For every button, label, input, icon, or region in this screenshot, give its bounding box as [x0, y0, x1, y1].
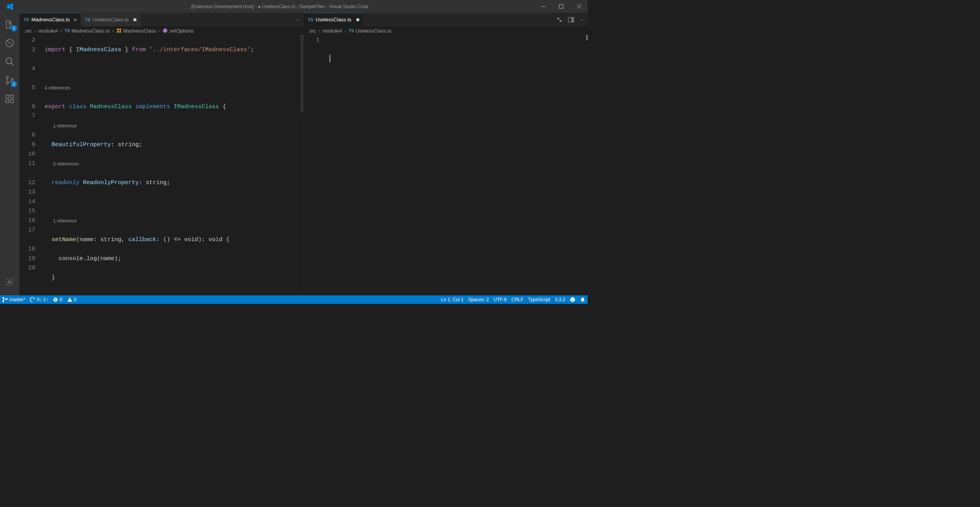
status-bar: master* 0↓ 1↑ 0 0 Ln 1, Col 1 Spaces: 2 …: [0, 295, 588, 304]
titlebar: [Extension Development Host] - ● Useless…: [0, 0, 588, 13]
minimap[interactable]: [585, 35, 588, 295]
errors-count[interactable]: 0: [50, 295, 65, 304]
tab-label: UselessClass.ts: [316, 17, 351, 22]
bug-icon[interactable]: [0, 34, 19, 52]
codelens[interactable]: 4 references: [43, 83, 304, 93]
svg-point-5: [6, 82, 8, 84]
breadcrumb-src[interactable]: src: [309, 28, 316, 34]
typescript-icon: TS: [85, 17, 90, 22]
svg-rect-8: [6, 100, 9, 103]
chevron-right-icon: ›: [60, 28, 62, 34]
window-controls: [534, 0, 588, 13]
svg-point-6: [11, 78, 13, 80]
more-icon[interactable]: ···: [580, 17, 584, 23]
extensions-icon[interactable]: [0, 90, 19, 108]
more-icon[interactable]: ···: [295, 17, 300, 22]
svg-rect-10: [10, 95, 14, 98]
svg-point-16: [571, 298, 572, 299]
tabs-left: TS MadnessClass.ts × TS UselessClass.ts …: [20, 13, 304, 26]
scm-badge: 2: [11, 81, 17, 87]
indentation[interactable]: Spaces: 2: [466, 295, 491, 304]
chevron-right-icon: ›: [34, 28, 36, 34]
gear-icon[interactable]: [0, 273, 19, 291]
breadcrumbs-right[interactable]: src › moduleA › TS UselessClass.ts: [304, 26, 588, 35]
chevron-right-icon: ›: [318, 28, 320, 34]
compare-icon[interactable]: [556, 17, 562, 23]
typescript-version[interactable]: 3.3.3: [552, 295, 568, 304]
close-icon[interactable]: ×: [74, 17, 77, 22]
svg-rect-7: [6, 95, 9, 98]
text-cursor: [330, 55, 330, 62]
svg-rect-0: [541, 6, 545, 7]
breadcrumb-src[interactable]: src: [25, 28, 32, 34]
chevron-right-icon: ›: [345, 28, 346, 34]
editor-group-left: TS MadnessClass.ts × TS UselessClass.ts …: [19, 13, 304, 295]
chevron-right-icon: ›: [159, 28, 160, 34]
editor-group-right: TS UselessClass.ts ··· src › moduleA › T…: [304, 13, 588, 295]
split-editor-icon[interactable]: [568, 17, 574, 23]
close-button[interactable]: [570, 0, 588, 13]
eol[interactable]: CRLF: [509, 295, 526, 304]
typescript-icon: TS: [349, 28, 354, 33]
explorer-badge: 1: [11, 25, 17, 31]
svg-rect-9: [10, 100, 14, 103]
codelens[interactable]: 1 reference: [43, 121, 304, 131]
git-branch[interactable]: master*: [0, 295, 28, 304]
notifications-icon[interactable]: [578, 295, 588, 304]
code-content[interactable]: [327, 35, 588, 295]
codelens[interactable]: 1 reference: [43, 216, 304, 226]
tabs-right: TS UselessClass.ts ···: [304, 13, 588, 26]
svg-point-17: [573, 298, 574, 299]
window-title: [Extension Development Host] - ● Useless…: [26, 4, 534, 9]
svg-rect-1: [559, 5, 563, 9]
warnings-count[interactable]: 0: [65, 295, 79, 304]
breadcrumb-module[interactable]: moduleA: [38, 28, 58, 34]
app-logo: [0, 3, 19, 10]
minimap-cursor-indicator: [586, 35, 588, 40]
breadcrumb-file[interactable]: MadnessClass.ts: [71, 28, 110, 34]
breadcrumb-file[interactable]: UselessClass.ts: [355, 28, 391, 34]
source-control-icon[interactable]: 2: [0, 71, 19, 90]
feedback-icon[interactable]: [568, 295, 578, 304]
code-editor-right[interactable]: 1: [304, 35, 588, 295]
method-icon: [162, 28, 168, 33]
line-gutter: 1: [304, 35, 327, 295]
breadcrumbs-left[interactable]: src › moduleA › TS MadnessClass.ts › Mad…: [20, 26, 304, 35]
sync-status[interactable]: 0↓ 1↑: [28, 295, 50, 304]
svg-point-4: [6, 76, 8, 78]
chevron-right-icon: ›: [112, 28, 114, 34]
dirty-indicator-icon: [356, 18, 359, 21]
typescript-icon: TS: [64, 28, 70, 33]
breadcrumb-module[interactable]: moduleA: [323, 28, 342, 34]
typescript-icon: TS: [308, 17, 313, 22]
svg-point-11: [9, 281, 11, 284]
activity-bar: 1 2: [0, 13, 19, 295]
minimize-button[interactable]: [534, 0, 552, 13]
minimap[interactable]: [300, 35, 304, 295]
typescript-icon: TS: [24, 17, 29, 22]
class-icon: [116, 28, 122, 33]
breadcrumb-method[interactable]: setOptions: [169, 28, 193, 34]
dirty-indicator-icon: [133, 18, 136, 21]
line-gutter: 2 3 4 5 6 7 8 9 10 11 12 13: [20, 35, 43, 295]
tab-madnessclass[interactable]: TS MadnessClass.ts ×: [20, 13, 81, 26]
codelens[interactable]: 0 references: [43, 159, 304, 169]
explorer-icon[interactable]: 1: [0, 15, 19, 34]
tab-label: MadnessClass.ts: [31, 17, 70, 22]
search-icon[interactable]: [0, 52, 19, 71]
minimap-slider[interactable]: [300, 35, 304, 112]
encoding[interactable]: UTF-8: [491, 295, 509, 304]
svg-point-15: [570, 297, 575, 302]
tab-uselessclass-left[interactable]: TS UselessClass.ts: [81, 13, 141, 26]
maximize-button[interactable]: [552, 0, 570, 13]
code-editor-left[interactable]: 2 3 4 5 6 7 8 9 10 11 12 13: [20, 35, 304, 295]
tab-uselessclass-right[interactable]: TS UselessClass.ts: [304, 13, 364, 26]
cursor-position[interactable]: Ln 1, Col 1: [439, 295, 466, 304]
svg-point-3: [6, 58, 12, 64]
breadcrumb-class[interactable]: MadnessClass: [123, 28, 156, 34]
code-content[interactable]: import { IMadnessClass } from '../interf…: [43, 35, 304, 295]
tab-label: UselessClass.ts: [93, 17, 128, 22]
language-mode[interactable]: TypeScript: [526, 295, 553, 304]
svg-rect-13: [571, 17, 574, 22]
